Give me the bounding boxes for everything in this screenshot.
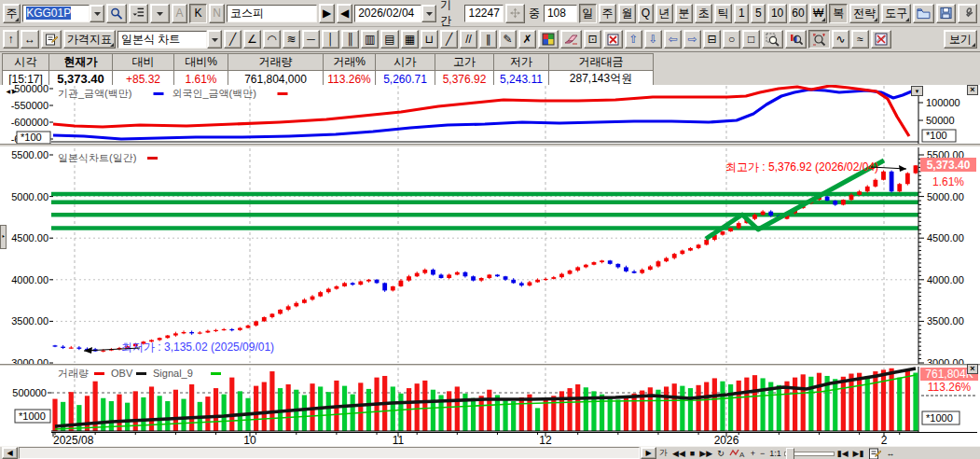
fibonacci-arc-icon[interactable]: ◠ — [263, 30, 281, 49]
panel-spin-widget[interactable]: ◀▶ — [1, 86, 21, 96]
tf-10-button[interactable]: 10 — [767, 4, 786, 23]
fan-line-icon[interactable]: ≋ — [283, 30, 300, 49]
pattern-search-button[interactable]: A — [727, 447, 748, 459]
ray-line-icon[interactable]: ╱ — [440, 30, 458, 49]
expand-lr-button[interactable]: ↔ — [21, 30, 39, 49]
won-button[interactable]: ₩ — [809, 4, 827, 23]
market-a-button[interactable]: A — [172, 4, 187, 23]
wave1-icon[interactable]: ∿ — [832, 30, 849, 49]
tools-button[interactable]: 도구 — [881, 4, 911, 23]
stock-code-combo[interactable]: KGG01P — [22, 5, 104, 22]
pencil-draw-icon[interactable]: ✎ — [499, 30, 517, 49]
tf-day-button[interactable]: 일 — [579, 4, 597, 23]
tf-tick-button[interactable]: 틱 — [714, 4, 732, 23]
zoom-out-button[interactable]: − — [758, 447, 766, 459]
market-n-button[interactable]: N — [209, 4, 225, 23]
forward-button[interactable]: ▶▶ — [697, 447, 714, 459]
zoom-area-icon[interactable] — [762, 30, 783, 49]
color-palette-icon[interactable] — [538, 30, 559, 49]
stock-code-combo-arrow[interactable] — [90, 5, 104, 22]
chart-style-combo[interactable]: 일본식 차트 — [117, 30, 222, 49]
zoom-reset-icon[interactable] — [808, 30, 830, 49]
stock-type-button[interactable]: 주 — [3, 4, 21, 23]
close-flow-panel-button[interactable]: × — [967, 85, 978, 95]
open-chart-button[interactable] — [913, 4, 934, 23]
eraser-icon[interactable] — [560, 30, 582, 49]
align-lines-icon[interactable]: ▦ — [401, 30, 419, 49]
zoom-in-button[interactable]: + — [749, 447, 757, 459]
panel-collapse-handle[interactable]: ‣ — [0, 225, 7, 249]
first-bar-button[interactable]: ▮◀ — [835, 447, 850, 459]
nudge-left-icon[interactable]: ⇦ — [664, 30, 682, 49]
tf-5-button[interactable]: 5 — [751, 4, 766, 23]
chart-scrollbar[interactable] — [19, 447, 640, 459]
grid-lines-icon[interactable]: ▥ — [361, 30, 379, 49]
count-input[interactable]: 108 — [544, 5, 577, 22]
list-arrow-button[interactable] — [150, 4, 170, 23]
memo-edit-button[interactable] — [41, 30, 62, 49]
shift-icon-button[interactable] — [505, 4, 525, 23]
angle-line-icon[interactable]: ∠ — [243, 30, 261, 49]
tf-minute-button[interactable]: 분 — [675, 4, 693, 23]
tf-quarter-button[interactable]: Q — [638, 4, 654, 23]
search-icon-button[interactable] — [106, 4, 127, 23]
quote-lines-icon[interactable]: ▤ — [380, 30, 398, 49]
parallel2-lines-icon[interactable]: ∥ — [479, 30, 497, 49]
chart-style-combo-arrow[interactable] — [207, 30, 222, 49]
vertical-lines-icon[interactable]: ║ — [341, 30, 359, 49]
tf-60-button[interactable]: 60 — [789, 4, 807, 23]
tf-second-button[interactable]: 초 — [695, 4, 712, 23]
tf-1-button[interactable]: 1 — [734, 4, 749, 23]
wave2-icon[interactable]: ≈ — [851, 30, 869, 49]
nudge-right-icon[interactable]: ⇨ — [683, 30, 701, 49]
tf-month-button[interactable]: 월 — [618, 4, 636, 23]
stop-button[interactable]: ■ — [688, 447, 697, 459]
price-indicator-button[interactable]: 가격지표 — [63, 30, 116, 49]
save-chart-button[interactable] — [936, 4, 956, 23]
fit-width-button[interactable]: ↔ — [884, 447, 896, 459]
chart-off-icon[interactable] — [871, 30, 891, 49]
last-bar-button[interactable]: ▶▮ — [851, 447, 866, 459]
rect-draw-icon[interactable]: □ — [742, 30, 760, 49]
preferences-wrench-button[interactable] — [958, 4, 977, 23]
rewind-button[interactable]: ◀◀ — [670, 447, 687, 459]
nudge-down-icon[interactable]: ⇩ — [644, 30, 662, 49]
strategy-button[interactable]: 전략 — [849, 4, 879, 23]
circle-draw-icon[interactable]: ○ — [723, 30, 740, 49]
tf-year-button[interactable]: 년 — [656, 4, 673, 23]
scroll-right-button[interactable]: ▶ — [641, 447, 656, 459]
memo-bottom-button[interactable] — [866, 447, 883, 459]
replay-button[interactable]: ↻ — [715, 447, 726, 459]
zoom-slider[interactable] — [784, 447, 835, 459]
stock-name-field[interactable]: 코스피 — [227, 5, 317, 22]
zoom-candle-icon[interactable] — [785, 30, 807, 49]
indicator-tool-icon[interactable]: ✗ — [518, 30, 536, 49]
scroll-left-button[interactable]: ◀ — [2, 447, 18, 459]
chart-canvas[interactable]: 기관_금액(백만)외국인_금액(백만)-500000-550000-600000… — [0, 85, 980, 446]
spin-left-icon[interactable]: ◀ — [6, 89, 10, 94]
next-stock-button[interactable]: ▶ — [319, 4, 335, 23]
parallel-lines-icon[interactable]: // — [460, 30, 477, 49]
close-volume-panel-button[interactable]: × — [967, 364, 978, 374]
trendline-icon[interactable]: ╱ — [224, 30, 242, 49]
scroll-up-button[interactable]: ↑ — [3, 30, 19, 49]
spin-right-icon[interactable]: ▶ — [12, 89, 17, 94]
ratio-button[interactable]: 1:1 — [767, 447, 783, 459]
tf-week-button[interactable]: 주 — [599, 4, 616, 23]
view-button[interactable]: 보기 — [944, 30, 977, 49]
page-icon[interactable]: ⊟ — [703, 30, 721, 49]
date-back-button[interactable]: ◀ — [337, 4, 352, 23]
channel-icon[interactable]: ⊔ — [421, 30, 438, 49]
delete-object-icon[interactable] — [603, 30, 623, 49]
nudge-up-icon[interactable]: ⇧ — [625, 30, 642, 49]
date-combo[interactable]: 2026/02/04 — [354, 5, 436, 22]
date-combo-arrow[interactable] — [421, 5, 436, 22]
font-size-button[interactable]: 가 — [657, 447, 669, 459]
merge-panel-button[interactable]: ▼ — [911, 86, 923, 96]
stock-list-icon-button[interactable] — [129, 4, 148, 23]
vertical-line-icon[interactable]: │ — [322, 30, 339, 49]
horizontal-line-icon[interactable]: ─ — [302, 30, 320, 49]
restore-button[interactable]: 복 — [829, 4, 848, 23]
market-k-button[interactable]: K — [189, 4, 207, 23]
select-edit-icon[interactable]: ⊡ — [584, 30, 601, 49]
